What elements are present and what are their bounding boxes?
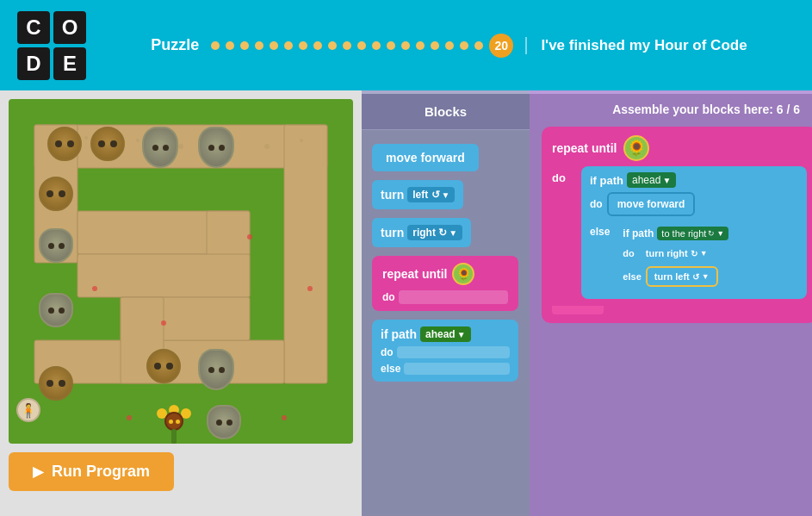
- ahead-dd-ws[interactable]: ahead ▼: [627, 172, 676, 188]
- puzzle-dots: 20: [209, 34, 515, 58]
- chevron-down-icon-5: ▼: [716, 229, 724, 238]
- blocks-content: move forward turn left ↺ ▼ turn right ↻ …: [362, 130, 530, 395]
- svg-point-20: [307, 286, 313, 291]
- creature-7: [39, 293, 73, 327]
- player-character: 🧍: [13, 398, 44, 439]
- run-button-area: ▶ Run Program: [9, 452, 353, 491]
- svg-rect-6: [77, 254, 250, 297]
- svg-point-13: [178, 144, 183, 149]
- creature-1: [47, 127, 82, 161]
- creature-5: [39, 177, 73, 211]
- svg-point-15: [264, 144, 270, 149]
- puzzle-label: Puzzle: [151, 36, 199, 54]
- logo-e: E: [53, 47, 86, 80]
- left-dropdown[interactable]: left ↺ ▼: [407, 187, 455, 202]
- creature-10: [198, 349, 234, 390]
- code-panel-header: Assemble your blocks here: 6 / 6: [542, 103, 800, 116]
- maze: 🧍: [9, 99, 353, 444]
- right-dropdown[interactable]: right ↻ ▼: [407, 225, 462, 240]
- logo-o: O: [53, 11, 86, 44]
- header: C O D E Puzzle 20: [0, 0, 812, 90]
- creature-2: [90, 127, 125, 161]
- svg-point-12: [136, 139, 139, 142]
- workspace-repeat-block: repeat until 🌻 do if path ahead ▼: [542, 127, 812, 323]
- ahead-dropdown-blocks[interactable]: ahead ▼: [420, 326, 471, 342]
- chevron-down-icon: ▼: [442, 190, 450, 200]
- ws-if-path-right-block: if path to the right ↻ ▼ do: [614, 221, 798, 293]
- logo: C O D E: [17, 11, 86, 80]
- ws-if-path-ahead-block: if path ahead ▼ do move forward: [581, 166, 807, 299]
- creature-9: [146, 349, 181, 383]
- code-panel: Assemble your blocks here: 6 / 6 repeat …: [530, 90, 812, 516]
- chevron-down-icon-2: ▼: [449, 228, 457, 238]
- blocks-header: Blocks: [362, 94, 530, 130]
- svg-point-17: [92, 286, 97, 291]
- block-connector: [552, 306, 604, 314]
- sunflower-icon-ws: 🌻: [623, 135, 649, 161]
- svg-point-19: [247, 234, 252, 239]
- blocks-panel: Blocks move forward turn left ↺ ▼ turn r…: [362, 90, 530, 516]
- svg-point-18: [161, 320, 166, 326]
- svg-point-10: [84, 136, 88, 140]
- chevron-down-icon-3: ▼: [457, 330, 466, 339]
- ws-move-forward-block: move forward: [607, 192, 696, 216]
- chevron-down-icon-4: ▼: [662, 176, 671, 185]
- player-sunflower: [155, 405, 193, 444]
- creature-6: [39, 228, 73, 263]
- svg-point-21: [127, 415, 132, 420]
- chevron-down-icon-6: ▼: [700, 249, 708, 258]
- turn-left-block[interactable]: turn left ↺ ▼: [372, 180, 463, 209]
- creature-8: [39, 366, 73, 401]
- creature-4: [198, 127, 234, 168]
- turn-right-block[interactable]: turn right ↻ ▼: [372, 218, 471, 247]
- ws-turn-right-block: turn right ↻ ▼: [639, 245, 715, 262]
- run-program-button[interactable]: ▶ Run Program: [9, 452, 174, 491]
- chevron-down-icon-7: ▼: [702, 272, 710, 281]
- logo-d: D: [17, 47, 50, 80]
- game-area: 🧍 ▶ Run Program: [0, 90, 362, 516]
- sunflower-icon: 🌻: [452, 263, 474, 285]
- finished-message: I've finished my Hour of Code: [525, 37, 747, 54]
- creature-3: [142, 127, 178, 168]
- puzzle-number: 20: [489, 34, 513, 58]
- svg-point-16: [300, 139, 303, 142]
- logo-c: C: [17, 11, 50, 44]
- move-forward-block[interactable]: move forward: [372, 144, 479, 171]
- right-dd-ws[interactable]: to the right ↻ ▼: [657, 227, 728, 240]
- main: 🧍 ▶ Run Program Blocks move forward turn: [0, 90, 812, 516]
- run-program-label: Run Program: [52, 463, 150, 481]
- creature-11: [207, 405, 241, 439]
- svg-rect-1: [284, 125, 327, 383]
- if-path-block[interactable]: if path ahead ▼ do else: [372, 320, 518, 382]
- play-icon: ▶: [33, 463, 43, 480]
- repeat-until-block[interactable]: repeat until 🌻 do: [372, 256, 518, 311]
- ws-turn-left-block: turn left ↺ ▼: [646, 266, 718, 287]
- puzzle-bar: Puzzle 20 I've finished my Hour of Code: [103, 34, 795, 58]
- svg-point-22: [282, 415, 287, 420]
